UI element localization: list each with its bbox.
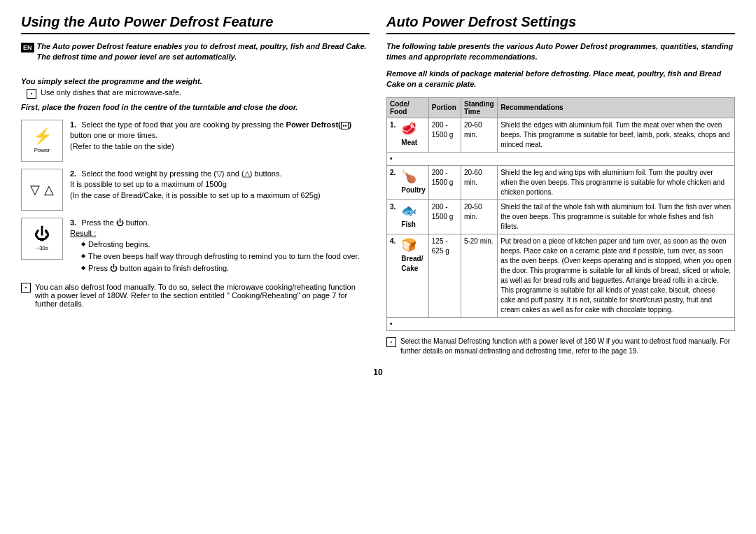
fish-label: Fish <box>401 220 416 230</box>
step-3-bullet-2: The oven beeps half way through defrosti… <box>81 251 370 262</box>
col-header-portion: Portion <box>428 97 461 118</box>
step-1-content: 1. Select the type of food that you are … <box>70 120 370 152</box>
step-2-content: 2. Select the food weight by pressing th… <box>70 169 370 201</box>
food-cell-fish: 3. 🐟 Fish <box>387 199 429 234</box>
row-num-3: 3. <box>390 202 396 212</box>
step-2-row: ▽ △ 2. Select the food weight by pressin… <box>21 169 370 211</box>
table-note-icon: ▪ <box>386 337 396 347</box>
table-row-poultry: 2. 🍗 Poultry 200 - 1500 g 20-60 min. Shi… <box>387 165 735 199</box>
row-num-1: 1. <box>390 120 396 130</box>
portion-poultry: 200 - 1500 g <box>428 165 461 199</box>
note-icon: ▪ <box>21 283 31 293</box>
rec-fish: Shield the tail of the whole fish with a… <box>498 199 735 234</box>
bullet-text-1: Use only dishes that are microwave-safe. <box>41 88 181 97</box>
table-note-text: Select the Manual Defrosting function wi… <box>400 337 735 356</box>
arrow-icons: ▽ △ <box>30 182 54 197</box>
bullet-item-1: ▪ Use only dishes that are microwave-saf… <box>27 88 370 99</box>
page-container: Using the Auto Power Defrost Feature EN … <box>21 14 735 356</box>
rec-poultry: Shield the leg and wing tips with alumin… <box>498 165 735 199</box>
step-3-row: ⏻ ~30s 3. Press the ⏻ button.Result : De… <box>21 218 370 276</box>
left-column: Using the Auto Power Defrost Feature EN … <box>21 14 370 356</box>
page-number: 10 <box>21 367 735 377</box>
start-icon: ⏻ <box>34 225 50 244</box>
step-2-text: Select the food weight by pressing the (… <box>70 169 321 199</box>
note-row: ▪ You can also defrost food manually. To… <box>21 283 370 308</box>
step-2-icon-box: ▽ △ <box>21 169 63 211</box>
step-3-content: 3. Press the ⏻ button.Result : Defrostin… <box>70 218 370 276</box>
right-column: Auto Power Defrost Settings The followin… <box>386 14 735 356</box>
sub-heading-1: You simply select the programme and the … <box>21 77 370 85</box>
power-icon: ⚡ <box>33 127 52 146</box>
row-num-2: 2. <box>390 168 396 178</box>
standing-fish: 20-50 min. <box>461 199 497 234</box>
table-row-bread: 4. 🍞 Bread/Cake 125 - 625 g 5-20 min. Pu… <box>387 234 735 317</box>
portion-meat: 200 - 1500 g <box>428 118 461 152</box>
down-arrow-icon: ▽ <box>30 182 40 197</box>
warning-text: Remove all kinds of package material bef… <box>386 69 735 90</box>
sub-heading-2: First, place the frozen food in the cent… <box>21 103 370 111</box>
rec-meat: Shield the edges with aluminium foil. Tu… <box>498 118 735 152</box>
settings-table: Code/Food Portion StandingTime Recommend… <box>386 97 735 331</box>
col-header-standing: StandingTime <box>461 97 497 118</box>
note-text: You can also defrost food manually. To d… <box>35 283 370 308</box>
bread-label: Bread/Cake <box>401 254 423 274</box>
dot-row-meat: • <box>387 152 735 165</box>
food-cell-inner-meat: 1. 🥩 Meat <box>390 120 426 148</box>
step-3-icon-box: ⏻ ~30s <box>21 218 63 260</box>
standing-meat: 20-60 min. <box>461 118 497 152</box>
meat-label: Meat <box>401 138 417 148</box>
fish-icon: 🐟 <box>401 202 416 220</box>
standing-poultry: 20-60 min. <box>461 165 497 199</box>
bread-icon: 🍞 <box>401 237 423 254</box>
left-title: Using the Auto Power Defrost Feature <box>21 14 370 34</box>
food-cell-inner-bread: 4. 🍞 Bread/Cake <box>390 237 426 274</box>
food-cell-poultry: 2. 🍗 Poultry <box>387 165 429 199</box>
step-1-text: Select the type of food that you are coo… <box>70 120 351 150</box>
step-1-number: 1. <box>70 120 76 129</box>
step-3-text: Press the ⏻ button.Result : <box>70 218 149 237</box>
step-3-bullet-1: Defrosting begins. <box>81 239 370 250</box>
step-1-row: ⚡ Power 1. Select the type of food that … <box>21 120 370 162</box>
rec-bread: Put bread on a piece of kitchen paper an… <box>498 234 735 317</box>
col-header-rec: Recommendations <box>498 97 735 118</box>
poultry-label: Poultry <box>401 185 425 195</box>
step-3-bullet-3: Press ⏻ button again to finish defrostin… <box>81 263 370 274</box>
food-cell-bread: 4. 🍞 Bread/Cake <box>387 234 429 317</box>
food-cell-meat: 1. 🥩 Meat <box>387 118 429 152</box>
bullet-icon-1: ▪ <box>27 89 36 99</box>
portion-fish: 200 - 1500 g <box>428 199 461 234</box>
meat-icon: 🥩 <box>401 120 417 138</box>
food-cell-inner-fish: 3. 🐟 Fish <box>390 202 426 230</box>
steps-section: ⚡ Power 1. Select the type of food that … <box>21 120 370 276</box>
step-2-number: 2. <box>70 169 76 178</box>
timer-label: ~30s <box>36 245 48 251</box>
step-3-number: 3. <box>70 218 76 227</box>
right-intro: The following table presents the various… <box>386 41 735 63</box>
power-label: Power <box>34 147 50 153</box>
table-row-fish: 3. 🐟 Fish 200 - 1500 g 20-50 min. Shield… <box>387 199 735 234</box>
intro-text: The Auto power Defrost feature enables y… <box>37 41 370 63</box>
standing-bread: 5-20 min. <box>461 234 497 317</box>
portion-bread: 125 - 625 g <box>428 234 461 317</box>
up-arrow-icon: △ <box>44 182 54 197</box>
table-note: ▪ Select the Manual Defrosting function … <box>386 337 735 356</box>
dot-row-bread: • <box>387 317 735 330</box>
poultry-icon: 🍗 <box>401 168 425 185</box>
right-title: Auto Power Defrost Settings <box>386 14 735 34</box>
col-header-code: Code/Food <box>387 97 429 118</box>
step-1-icon-box: ⚡ Power <box>21 120 63 162</box>
en-badge: EN <box>21 43 34 52</box>
food-cell-inner-poultry: 2. 🍗 Poultry <box>390 168 426 195</box>
row-num-4: 4. <box>390 237 396 246</box>
table-row-meat: 1. 🥩 Meat 200 - 1500 g 20-60 min. Shield… <box>387 118 735 152</box>
table-header-row: Code/Food Portion StandingTime Recommend… <box>387 97 735 118</box>
